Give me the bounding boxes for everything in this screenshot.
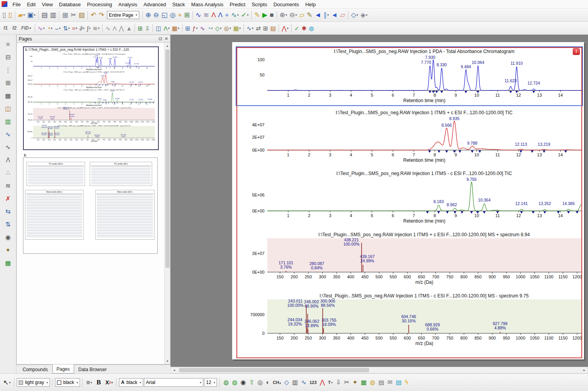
spectrum-small-1-button[interactable]: ∿ <box>104 23 112 33</box>
f2-button[interactable]: f2 <box>10 25 19 32</box>
expand-button[interactable]: ⊞ <box>262 23 269 33</box>
db-open-button[interactable]: ◍ <box>231 377 238 387</box>
scatter-panel-button[interactable]: ∴ <box>3 168 13 178</box>
scrollbar-thumb[interactable] <box>179 368 369 372</box>
db-spy-button[interactable]: ◉ <box>239 377 247 387</box>
panel-close-icon[interactable]: ✕ <box>165 36 168 41</box>
arrow-down-button[interactable]: ⇩ <box>334 377 342 387</box>
scroll-up-icon[interactable]: ▲ <box>165 43 170 49</box>
spectrum-table-button[interactable]: ▥ <box>291 377 299 387</box>
magnifier-button[interactable]: ⊖▾ <box>288 10 298 20</box>
menu-view[interactable]: View <box>39 1 56 8</box>
nmr-button[interactable]: ∿ <box>199 23 206 33</box>
zoom-level-select[interactable]: Entire Page▾ <box>107 11 139 19</box>
annotation-button[interactable]: ✎ <box>253 10 261 20</box>
derivative-button[interactable]: ∂▾ <box>78 23 85 33</box>
print-preview-button[interactable]: ▥ <box>49 10 57 20</box>
menu-stack[interactable]: Stack <box>169 1 188 8</box>
export-table-button[interactable]: ⊞ <box>137 23 144 33</box>
paste-button[interactable]: ▧ <box>77 10 86 20</box>
table-check-button[interactable]: ✓ <box>293 23 300 33</box>
db-fetch-button[interactable]: ◐ <box>265 377 271 387</box>
flash-button[interactable]: ϟ <box>403 377 409 387</box>
fid-button[interactable]: FID▾ <box>19 25 33 32</box>
benzene-button[interactable]: ◇▾ <box>350 10 359 20</box>
menu-scripts[interactable]: Scripts <box>249 1 270 8</box>
chart-tools-button[interactable]: ∿ <box>300 377 307 387</box>
alert-badge-icon[interactable]: ! <box>573 48 580 55</box>
font-color-select[interactable]: Ablack▾ <box>119 378 143 387</box>
tab-data-browser[interactable]: Data Browser <box>74 365 111 373</box>
export-db-button[interactable]: ◍ <box>308 23 315 33</box>
window-function-button[interactable]: ∿▾ <box>37 23 46 33</box>
chart-peak-button[interactable]: Λ <box>3 155 13 165</box>
scrollbar-thumb[interactable] <box>165 50 170 268</box>
chart-red-button[interactable]: ⋀ <box>319 377 326 387</box>
table-panel-button[interactable]: ⊞ <box>3 78 13 88</box>
align-button[interactable]: ⇄ <box>255 23 262 33</box>
page-thumbnail-1[interactable]: 1.I:\Test_Plugin...SMS_pos_neg.RAW Injec… <box>23 46 159 150</box>
document-page[interactable]: I:\Test_Plugin...SMS_pos_neg.RAW Injecti… <box>232 42 584 359</box>
run-script-button[interactable]: ▶ <box>261 10 268 20</box>
chart-canvas-1[interactable]: 123456789101112131450100Retention time (… <box>233 55 583 105</box>
panel-float-icon[interactable]: ⊡ <box>159 36 162 41</box>
chart-canvas-5[interactable]: 1502002503003504004505005506006507007508… <box>233 299 583 355</box>
fill-color-select[interactable]: light gray▾ <box>17 378 50 387</box>
pointer-tool-button[interactable]: ↖▾ <box>2 377 12 387</box>
print-button[interactable]: ▤ <box>40 10 49 20</box>
save-button[interactable]: ▣▾ <box>26 10 37 20</box>
f1-button[interactable]: f1 <box>1 25 10 32</box>
menu-documents[interactable]: Documents <box>270 1 302 8</box>
crosshair-button[interactable]: + <box>224 10 230 20</box>
stack-view-button[interactable]: ≋ <box>202 10 210 20</box>
menu-analysis[interactable]: Analysis <box>115 1 140 8</box>
check-hexagon-button[interactable]: ◇▾ <box>214 23 223 33</box>
zoom-out-button[interactable]: ⊖ <box>152 10 160 20</box>
db-commit-button[interactable]: ◍ <box>222 377 230 387</box>
peak-table-button[interactable]: ▦▾ <box>171 23 180 33</box>
menu-advanced[interactable]: Advanced <box>140 1 169 8</box>
chart-canvas-4[interactable]: 1502002503003504004505005506006507007508… <box>233 238 583 289</box>
peak-blue-button[interactable]: Λ <box>217 10 224 20</box>
peak-sort-button[interactable]: ⇅▾ <box>62 23 71 33</box>
text-tool-button[interactable]: T▾ <box>327 377 334 387</box>
open-button[interactable]: ▰▾ <box>17 10 26 20</box>
baseline-button[interactable]: ∿▾ <box>230 10 240 20</box>
peak-add-button[interactable]: Λ▾ <box>162 23 171 33</box>
new-document-button[interactable]: ▯ <box>1 10 7 20</box>
arrow-tool-button[interactable]: ◄ <box>313 10 322 20</box>
baseline-correct-button[interactable]: ⌣▾ <box>53 23 62 33</box>
spectrum-view-button[interactable]: ∿ <box>194 10 202 20</box>
peaks-red-button[interactable]: ⋀▾ <box>281 23 290 33</box>
zoom-select-button[interactable]: ⊕▾ <box>279 10 288 20</box>
font-size-select[interactable]: 12▾ <box>204 378 217 387</box>
eraser-button[interactable]: ▱ <box>339 10 346 20</box>
noise-button[interactable]: ≋▾ <box>92 23 101 33</box>
report-button[interactable]: ▤ <box>269 23 277 33</box>
preview-table-button[interactable]: ⊞ <box>183 10 191 20</box>
template-button[interactable]: ◈▾ <box>359 10 369 20</box>
smooth-button[interactable]: ≈▾ <box>71 23 78 33</box>
calc-table-button[interactable]: ▦▾ <box>232 23 242 33</box>
view-button[interactable]: ◉ <box>3 232 13 242</box>
spectrum-small-3-button[interactable]: ⋀ <box>118 23 125 33</box>
db-upload-button[interactable]: ⇧ <box>248 377 255 387</box>
phase-button[interactable]: ◔▾ <box>46 23 53 33</box>
peak-red-button[interactable]: Λ <box>210 10 217 20</box>
pencil-button[interactable]: ✎ <box>306 10 313 20</box>
menu-mass-analysis[interactable]: Mass Analysis <box>188 1 226 8</box>
pointer-blue-button[interactable]: ◄ <box>330 10 339 20</box>
db-round-button[interactable]: ◍ <box>369 377 377 387</box>
menu-processing[interactable]: Processing <box>84 1 115 8</box>
formula-button[interactable]: ƒ▾ <box>191 23 199 33</box>
font-family-select[interactable]: Arial▾ <box>144 378 203 387</box>
chrom-tools-button[interactable]: ∿▾ <box>245 23 255 33</box>
droplet-button[interactable]: ◔▾ <box>206 23 214 33</box>
stop-script-button[interactable]: ■ <box>268 10 275 20</box>
pan-button[interactable]: + <box>177 10 183 20</box>
copy-button[interactable]: ▦ <box>61 10 69 20</box>
menu-file[interactable]: File <box>9 1 24 8</box>
split-button[interactable]: ⇆ <box>3 207 13 216</box>
scroll-left-icon[interactable]: ◄ <box>171 367 178 373</box>
signals-panel-button[interactable]: ≋ <box>3 181 13 191</box>
